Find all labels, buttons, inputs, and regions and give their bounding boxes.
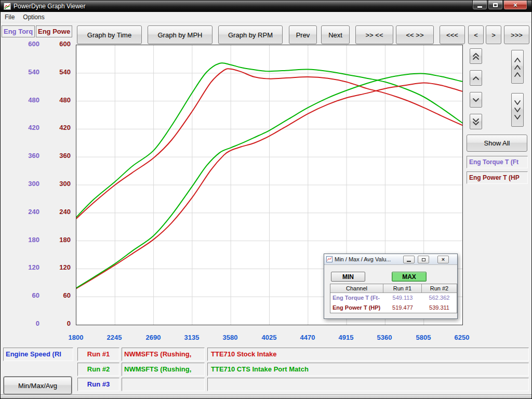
column-header-run2[interactable]: Run #2: [422, 284, 457, 293]
x-tick-label: 4025: [252, 334, 286, 341]
run3-file[interactable]: [122, 378, 205, 391]
torque-channel-cell: Eng Torque T (Ft-: [330, 293, 383, 303]
minimize-icon: [407, 261, 411, 262]
pan-down-button[interactable]: [470, 92, 482, 108]
y-tick-label: 360: [46, 152, 71, 160]
x-tick-label: 2690: [137, 334, 170, 341]
minmax-restore-button[interactable]: [418, 256, 429, 263]
minimize-button[interactable]: [472, 1, 487, 10]
y-tick-label: 420: [14, 124, 39, 132]
power-run1-max-value: 519.477: [383, 303, 422, 313]
scale-expand-button[interactable]: [511, 50, 524, 84]
triple-chevron-down-icon: [513, 99, 522, 122]
double-chevron-up-icon: [472, 52, 480, 60]
y-tick-label: 0: [14, 320, 39, 328]
x-tick-label: 4470: [291, 334, 324, 341]
y-tick-label: 540: [46, 68, 71, 76]
torque-run2-max-value: 562.362: [422, 293, 457, 303]
x-tick-label: 5360: [368, 334, 401, 341]
graph-by-time-button[interactable]: Graph by Time: [77, 25, 142, 44]
x-tick-label: 3580: [214, 334, 247, 341]
run3-label[interactable]: Run #3: [77, 378, 119, 391]
y-tick-label: 0: [46, 320, 71, 328]
minmax-window-titlebar[interactable]: Min / Max / Avg Valu... ×: [324, 254, 457, 265]
run2-label[interactable]: Run #2: [77, 363, 119, 376]
minmax-window-title: Min / Max / Avg Valu...: [335, 256, 391, 262]
app-icon: [4, 3, 11, 10]
column-header-channel[interactable]: Channel: [330, 284, 383, 293]
double-chevron-down-icon: [472, 117, 480, 126]
y-tick-label: 300: [14, 180, 39, 188]
show-all-button[interactable]: Show All: [467, 135, 527, 152]
x-tick-label: 2245: [98, 334, 131, 341]
y-tick-label: 120: [46, 263, 71, 272]
menu-bar: File Options: [1, 12, 531, 22]
minmax-window: Min / Max / Avg Valu... × MIN MAX Channe…: [324, 254, 458, 319]
maximize-icon: [493, 3, 498, 7]
y-tick-label: 300: [46, 180, 71, 188]
x-tick-label: 5805: [407, 334, 440, 341]
pan-up-button[interactable]: [470, 70, 482, 86]
next-button[interactable]: Next: [321, 25, 350, 44]
triple-chevron-up-icon: [513, 56, 522, 78]
y-tick-label: 600: [46, 40, 71, 48]
torque-run1-max-value: 549.113: [383, 293, 422, 303]
min-toggle-button[interactable]: MIN: [331, 272, 365, 282]
maximize-button[interactable]: [488, 1, 503, 10]
y-tick-label: 600: [14, 40, 39, 48]
legend-torque-channel[interactable]: Eng Torque T (Ft: [467, 156, 528, 168]
power-run2-max-value: 539.311: [422, 303, 457, 313]
y-tick-label: 480: [46, 96, 71, 104]
minmax-table: Channel Run #1 Run #2 Eng Torque T (Ft- …: [330, 284, 457, 313]
y-tick-label: 240: [46, 208, 71, 216]
power-channel-cell: Eng Power T (HP): [330, 303, 383, 313]
x-tick-label: 3135: [175, 334, 208, 341]
zoom-in-button[interactable]: >> <<: [355, 25, 393, 44]
run1-label[interactable]: Run #1: [77, 348, 119, 361]
legend-power-channel[interactable]: Eng Power T (HP: [467, 171, 528, 184]
max-toggle-button[interactable]: MAX: [392, 272, 427, 282]
scroll-end-button[interactable]: >>>: [504, 25, 529, 44]
scroll-home-button[interactable]: <<<: [440, 25, 465, 44]
close-icon: ×: [513, 2, 517, 8]
window-title: PowerDyne Graph Viewer: [14, 3, 86, 10]
x-tick-label: 1800: [59, 334, 92, 341]
y-tick-label: 360: [14, 152, 39, 160]
graph-by-mph-button[interactable]: Graph by MPH: [148, 25, 212, 44]
y-tick-label: 60: [14, 291, 39, 300]
window-controls: ×: [472, 1, 527, 10]
pan-up-fast-button[interactable]: [470, 48, 482, 64]
y-tick-label: 180: [46, 236, 71, 244]
run1-file[interactable]: NWMSFTS (Rushing,: [122, 348, 205, 361]
close-button[interactable]: ×: [503, 1, 527, 10]
window-resize-edge[interactable]: [1, 394, 531, 398]
x-channel-box[interactable]: Engine Speed (RI: [3, 348, 73, 361]
run3-description[interactable]: [207, 378, 529, 391]
minmax-close-button[interactable]: ×: [437, 256, 449, 263]
pan-down-fast-button[interactable]: [470, 114, 482, 129]
run2-file[interactable]: NWMSFTS (Rushing,: [122, 363, 205, 376]
y-channel-tab-torque[interactable]: Eng Torq: [2, 25, 35, 37]
prev-button[interactable]: Prev: [289, 25, 317, 44]
y-tick-label: 540: [14, 68, 39, 76]
zoom-out-button[interactable]: << >>: [396, 25, 434, 44]
scroll-left-button[interactable]: <: [468, 25, 484, 44]
chevron-up-icon: [472, 74, 480, 82]
graph-by-rpm-button[interactable]: Graph by RPM: [218, 25, 283, 44]
column-header-run1[interactable]: Run #1: [383, 284, 422, 293]
minmax-minimize-button[interactable]: [403, 256, 415, 263]
y-tick-label: 480: [14, 96, 39, 104]
close-icon: ×: [442, 257, 445, 262]
restore-icon: [422, 258, 425, 261]
run2-description[interactable]: TTE710 CTS Intake Port Match: [207, 363, 529, 376]
app-window: PowerDyne Graph Viewer × File Options En…: [0, 0, 532, 399]
y-channel-tab-power[interactable]: Eng Powe: [36, 25, 72, 37]
run1-description[interactable]: TTE710 Stock Intake: [207, 348, 529, 361]
y-tick-label: 60: [46, 291, 71, 300]
minmax-avg-button[interactable]: Min/Max/Avg: [4, 377, 72, 394]
scroll-right-button[interactable]: >: [486, 25, 501, 44]
scale-shrink-button[interactable]: [511, 93, 524, 127]
menu-options[interactable]: Options: [19, 12, 48, 22]
menu-file[interactable]: File: [1, 12, 19, 22]
x-tick-label: 4915: [329, 334, 363, 341]
